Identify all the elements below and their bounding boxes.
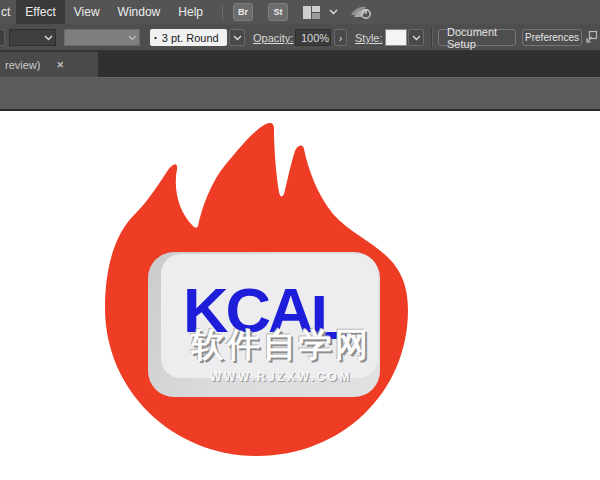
workspace-switcher-icon[interactable]	[303, 6, 320, 19]
menu-select-clipped[interactable]: ct	[0, 0, 16, 24]
menubar-separator	[222, 5, 223, 20]
stock-icon[interactable]: St	[268, 3, 288, 21]
chevron-down-icon	[128, 35, 137, 41]
document-tab-bar: review) ✕	[0, 51, 600, 77]
pasteboard-strip	[0, 77, 600, 111]
control-bar: • 3 pt. Round Opacity: 100% › Style: Doc…	[0, 24, 600, 51]
menu-bar: ct Effect View Window Help Br St	[0, 0, 600, 24]
style-swatch[interactable]	[385, 29, 407, 46]
width-profile-dropdown[interactable]	[64, 29, 140, 46]
gpu-performance-icon[interactable]	[351, 5, 373, 20]
workspace-chevron-down-icon[interactable]	[326, 9, 341, 15]
menu-view[interactable]: View	[65, 0, 109, 24]
chevron-down-icon	[412, 35, 421, 41]
selection-options-icon[interactable]	[586, 30, 598, 47]
chevron-down-icon	[44, 35, 53, 41]
menu-help[interactable]: Help	[169, 0, 212, 24]
menu-window[interactable]: Window	[109, 0, 170, 24]
document-setup-button[interactable]: Document Setup	[438, 29, 516, 46]
style-chevron-button[interactable]	[408, 29, 424, 46]
stroke-stepper-stub[interactable]	[0, 29, 5, 46]
bridge-icon[interactable]: Br	[233, 3, 253, 21]
stroke-weight-dropdown[interactable]	[9, 29, 56, 46]
document-tab[interactable]: review) ✕	[0, 52, 98, 77]
brush-preview-dot: •	[154, 33, 157, 42]
preferences-button[interactable]: Preferences	[522, 29, 582, 46]
chevron-down-icon	[233, 35, 242, 41]
document-tab-title: review)	[5, 59, 40, 71]
opacity-more-button[interactable]: ›	[334, 29, 347, 46]
close-icon[interactable]: ✕	[56, 60, 64, 70]
controlbar-separator	[431, 28, 433, 47]
opacity-field[interactable]: 100%	[295, 29, 331, 46]
menu-effect[interactable]: Effect	[16, 0, 64, 24]
watermark-url: WWW.RJZXW.COM	[191, 370, 371, 384]
watermark: 软件自学网 WWW.RJZXW.COM	[191, 323, 371, 384]
brush-definition-dropdown[interactable]: • 3 pt. Round	[150, 29, 227, 46]
opacity-label[interactable]: Opacity:	[253, 32, 293, 44]
brush-chevron-button[interactable]	[229, 29, 245, 46]
illustrator-window: ct Effect View Window Help Br St	[0, 0, 600, 480]
watermark-title: 软件自学网	[191, 323, 371, 368]
artboard-canvas[interactable]: KCAL 软件自学网 WWW.RJZXW.COM	[0, 111, 600, 480]
style-label[interactable]: Style:	[355, 32, 383, 44]
brush-name: 3 pt. Round	[162, 32, 219, 44]
